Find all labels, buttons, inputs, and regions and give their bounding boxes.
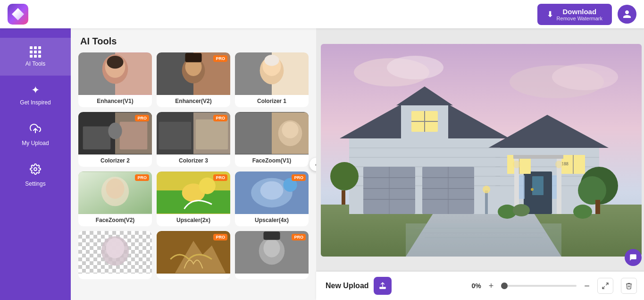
tool-card-colorizer-3[interactable]: PRO Colorizer 3 [157, 112, 230, 167]
upload-cloud-icon [30, 123, 41, 137]
upload-icon [378, 282, 387, 290]
zoom-slider[interactable] [501, 285, 577, 287]
tool-card-bottom-2[interactable]: PRO [157, 231, 230, 279]
tools-grid: Enhancer(V1) PRO Enhancer(V [78, 52, 309, 279]
grid-icon [30, 46, 41, 58]
zoom-value: 0% [464, 282, 481, 290]
tool-image-colorizer-2: PRO [78, 112, 152, 154]
tool-card-facezoom-v2[interactable]: PRO [78, 171, 152, 226]
zoom-minus-button[interactable]: − [584, 281, 590, 291]
facezoom1-img [235, 112, 309, 154]
tool-image-colorizer-1 [235, 52, 309, 95]
gear-icon [30, 163, 41, 178]
svg-rect-95 [513, 155, 563, 159]
tool-image-facezoom-v2: PRO [78, 171, 152, 214]
tools-panel: AI Tools Enhancer(V1) [71, 28, 316, 300]
tool-card-facezoom-v1[interactable]: FaceZoom(V1) [235, 112, 309, 167]
tool-image-bottom-1 [78, 231, 152, 274]
tool-label-enhancer-v2: Enhancer(V2) [157, 95, 230, 107]
svg-point-33 [106, 179, 125, 199]
sidebar-item-my-upload[interactable]: My Upload [0, 114, 71, 155]
svg-point-99 [330, 162, 359, 190]
tool-label-upscaler-4x: Upscaler(4x) [235, 214, 309, 226]
svg-rect-110 [485, 190, 488, 214]
tool-image-bottom-3: PRO [235, 231, 309, 274]
header-right: ⬇ Download Remove Watermark [537, 4, 636, 25]
tool-image-enhancer-v1 [78, 52, 152, 95]
sidebar-label-ai-tools: AI Tools [25, 60, 45, 67]
tool-card-colorizer-1[interactable]: Colorizer 1 [235, 52, 309, 107]
download-icon: ⬇ [547, 10, 553, 19]
chat-bubble-button[interactable] [625, 249, 642, 266]
sidebar-item-ai-tools[interactable]: AI Tools [0, 38, 71, 76]
svg-point-21 [108, 123, 122, 139]
pro-badge-enhancer-v2: PRO [213, 55, 227, 62]
tool-image-bottom-2: PRO [157, 231, 230, 274]
sidebar: AI Tools ✦ Get Inspired My Upload [0, 28, 71, 300]
tool-card-upscaler-2x[interactable]: PRO Upscaler(2x) [157, 171, 230, 226]
tool-card-enhancer-v1[interactable]: Enhancer(V1) [78, 52, 152, 107]
svg-point-6 [107, 56, 123, 69]
delete-icon [625, 282, 633, 290]
svg-point-111 [483, 186, 490, 193]
tool-card-colorizer-2[interactable]: PRO Colorizer 2 [78, 112, 152, 167]
svg-rect-11 [185, 53, 201, 62]
svg-line-113 [606, 283, 608, 285]
download-text: Download Remove Watermark [557, 8, 602, 21]
svg-point-109 [555, 161, 563, 168]
tool-label-bottom-3 [235, 274, 309, 279]
tool-label-bottom-1 [78, 274, 152, 279]
svg-point-47 [263, 239, 280, 257]
tool-label-facezoom-v1: FaceZoom(V1) [235, 154, 309, 167]
tools-panel-title: AI Tools [71, 28, 316, 52]
user-avatar[interactable] [618, 5, 636, 24]
tool-label-upscaler-2x: Upscaler(2x) [157, 214, 230, 226]
fullscreen-button[interactable] [597, 278, 613, 294]
zoom-plus-button[interactable]: + [489, 282, 494, 290]
svg-point-37 [199, 178, 216, 194]
tool-image-enhancer-v2: PRO [157, 52, 230, 95]
new-upload-label: New Upload [326, 282, 369, 290]
tools-grid-wrapper: Enhancer(V1) PRO Enhancer(V [71, 52, 316, 300]
tool-image-upscaler-2x: PRO [157, 171, 230, 214]
svg-rect-19 [83, 126, 111, 149]
pro-badge-colorizer-2: PRO [135, 115, 149, 121]
app-logo [8, 4, 28, 25]
new-upload-section: New Upload [326, 277, 392, 295]
sidebar-item-settings[interactable]: Settings [0, 155, 71, 196]
bottom1-img [78, 231, 152, 274]
svg-point-16 [264, 55, 279, 66]
svg-rect-98 [595, 200, 600, 214]
tool-label-facezoom-v2: FaceZoom(V2) [78, 214, 152, 226]
svg-point-97 [578, 176, 606, 205]
tool-card-upscaler-4x[interactable]: PRO Upscaler(4x) [235, 171, 309, 226]
tool-card-bottom-1[interactable] [78, 231, 152, 279]
svg-rect-48 [263, 231, 280, 240]
download-button[interactable]: ⬇ Download Remove Watermark [537, 4, 612, 25]
svg-rect-25 [196, 120, 228, 149]
tool-label-colorizer-1: Colorizer 1 [235, 95, 309, 107]
svg-point-43 [106, 238, 125, 258]
pro-badge-facezoom-v2: PRO [135, 174, 149, 181]
user-icon [622, 9, 632, 19]
preview-area: 1188 [316, 28, 644, 300]
tool-label-colorizer-2: Colorizer 2 [78, 154, 152, 167]
tool-image-colorizer-3: PRO [157, 112, 230, 154]
sidebar-item-get-inspired[interactable]: ✦ Get Inspired [0, 76, 71, 114]
tool-card-enhancer-v2[interactable]: PRO Enhancer(V2) [157, 52, 230, 107]
svg-rect-84 [532, 176, 544, 195]
pro-badge-colorizer-3: PRO [213, 115, 227, 121]
svg-point-40 [260, 181, 284, 200]
new-upload-button[interactable] [374, 277, 392, 295]
svg-point-102 [513, 204, 530, 216]
tool-card-bottom-3[interactable]: PRO [235, 231, 309, 279]
enhancer-v1-img [78, 52, 152, 95]
header: ⬇ Download Remove Watermark [0, 0, 644, 28]
fullscreen-icon [602, 282, 609, 290]
svg-rect-104 [406, 223, 561, 257]
svg-rect-20 [120, 122, 148, 150]
delete-button[interactable] [621, 278, 637, 294]
tool-label-colorizer-3: Colorizer 3 [157, 154, 230, 167]
bottom-toolbar: New Upload 0% + − [316, 272, 644, 300]
colorizer1-img [235, 52, 309, 95]
